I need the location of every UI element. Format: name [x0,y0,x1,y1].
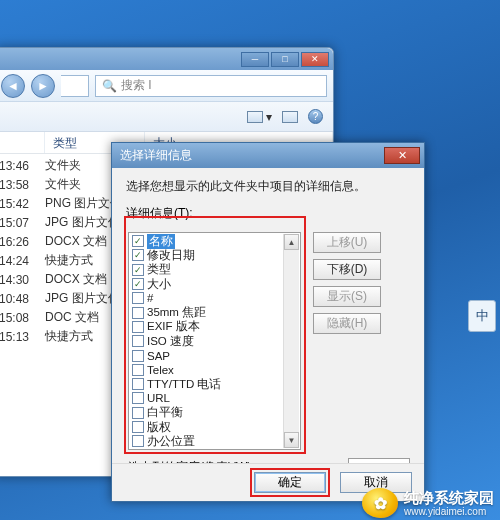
dialog-body: 选择您想显示的此文件夹中项目的详细信息。 详细信息(T): 名称修改日期类型大小… [112,168,424,463]
watermark-logo-icon: ✿ [362,488,398,518]
detail-item[interactable]: # [132,291,283,305]
search-placeholder: 搜索 I [121,77,152,94]
detail-item-label: Telex [147,364,174,376]
search-input[interactable]: 🔍 搜索 I [95,75,327,97]
detail-item[interactable]: 35mm 焦距 [132,305,283,319]
detail-item-label: 白平衡 [147,405,183,420]
detail-item-label: 修改日期 [147,248,195,263]
cell-time: 15:13 [0,330,45,344]
cell-time: 13:58 [0,178,45,192]
dialog-instruction: 选择您想显示的此文件夹中项目的详细信息。 [126,178,412,195]
cell-time: 15:08 [0,311,45,325]
preview-pane-button[interactable] [282,111,298,123]
cell-time: 14:24 [0,254,45,268]
detail-item[interactable]: 饱和度 [132,448,283,450]
detail-item[interactable]: SAP [132,348,283,362]
cell-time: 10:48 [0,292,45,306]
cell-time: 15:42 [0,197,45,211]
cell-time: 14:30 [0,273,45,287]
address-bar[interactable] [61,75,89,97]
detail-item[interactable]: ISO 速度 [132,334,283,348]
detail-item[interactable]: EXIF 版本 [132,320,283,334]
detail-item-label: # [147,292,153,304]
detail-item-label: 35mm 焦距 [147,305,206,320]
details-list-label: 详细信息(T): [126,205,412,222]
column-time[interactable] [0,132,45,153]
detail-item-label: 名称 [147,234,175,249]
checkbox[interactable] [132,264,144,276]
checkbox[interactable] [132,278,144,290]
desktop-side-icon[interactable]: 中 [468,300,496,332]
maximize-button[interactable]: □ [271,52,299,67]
checkbox[interactable] [132,307,144,319]
detail-item[interactable]: Telex [132,363,283,377]
checkbox[interactable] [132,392,144,404]
dialog-side-buttons: 上移(U) 下移(D) 显示(S) 隐藏(H) [313,232,381,334]
detail-item-label: URL [147,392,170,404]
checkbox[interactable] [132,321,144,333]
close-button[interactable]: ✕ [301,52,329,67]
detail-item[interactable]: 大小 [132,277,283,291]
watermark: ✿ 纯净系统家园 www.yidaimei.com [362,488,494,518]
choose-details-dialog: 选择详细信息 ✕ 选择您想显示的此文件夹中项目的详细信息。 详细信息(T): 名… [111,142,425,502]
detail-item[interactable]: 办公位置 [132,434,283,448]
detail-item[interactable]: 类型 [132,263,283,277]
help-button[interactable]: ? [308,109,323,124]
checkbox[interactable] [132,378,144,390]
checkbox[interactable] [132,407,144,419]
dialog-title: 选择详细信息 [120,147,192,164]
watermark-line2: www.yidaimei.com [404,506,494,518]
scroll-up-button[interactable]: ▲ [284,234,299,250]
detail-item[interactable]: 白平衡 [132,406,283,420]
pane-icon [282,111,298,123]
detail-item[interactable]: TTY/TTD 电话 [132,377,283,391]
highlight-box-ok: 确定 [250,468,330,497]
details-listbox[interactable]: 名称修改日期类型大小#35mm 焦距EXIF 版本ISO 速度SAPTelexT… [128,232,301,450]
watermark-line1: 纯净系统家园 [404,489,494,506]
cell-time: 13:46 [0,159,45,173]
watermark-text: 纯净系统家园 www.yidaimei.com [404,489,494,518]
checkbox[interactable] [132,435,144,447]
detail-item-label: EXIF 版本 [147,319,200,334]
minimize-button[interactable]: ─ [241,52,269,67]
dialog-close-button[interactable]: ✕ [384,147,420,164]
checkbox[interactable] [132,364,144,376]
detail-item[interactable]: URL [132,391,283,405]
dialog-titlebar: 选择详细信息 ✕ [112,143,424,168]
detail-item-label: 版权 [147,420,171,435]
checkbox[interactable] [132,292,144,304]
detail-item-label: SAP [147,350,170,362]
listbox-scrollbar[interactable]: ▲ ▼ [283,234,299,448]
checkbox[interactable] [132,335,144,347]
move-down-button[interactable]: 下移(D) [313,259,381,280]
detail-item-label: 办公位置 [147,434,195,449]
detail-item-label: 饱和度 [147,448,183,450]
detail-item[interactable]: 名称 [132,234,283,248]
cell-time: 15:07 [0,216,45,230]
forward-button[interactable]: ► [31,74,55,98]
detail-item[interactable]: 版权 [132,420,283,434]
checkbox[interactable] [132,235,144,247]
ok-button[interactable]: 确定 [254,472,326,493]
show-button[interactable]: 显示(S) [313,286,381,307]
move-up-button[interactable]: 上移(U) [313,232,381,253]
detail-item-label: 大小 [147,277,171,292]
checkbox[interactable] [132,249,144,261]
detail-item-label: TTY/TTD 电话 [147,377,221,392]
detail-item-label: 类型 [147,262,171,277]
detail-item-label: ISO 速度 [147,334,194,349]
detail-item[interactable]: 修改日期 [132,248,283,262]
view-button[interactable]: ▾ [247,110,272,124]
explorer-toolbar: ▾ ? [0,102,333,132]
checkbox[interactable] [132,421,144,433]
view-icon [247,111,263,123]
explorer-nav: ◄ ► 🔍 搜索 I [0,70,333,102]
cell-time: 16:26 [0,235,45,249]
search-icon: 🔍 [102,79,117,93]
back-button[interactable]: ◄ [1,74,25,98]
scroll-down-button[interactable]: ▼ [284,432,299,448]
desktop: ─ □ ✕ ◄ ► 🔍 搜索 I ▾ ? 类型 大小 13:46文件夹13:58… [0,0,500,520]
checkbox[interactable] [132,350,144,362]
explorer-titlebar: ─ □ ✕ [0,48,333,70]
hide-button[interactable]: 隐藏(H) [313,313,381,334]
